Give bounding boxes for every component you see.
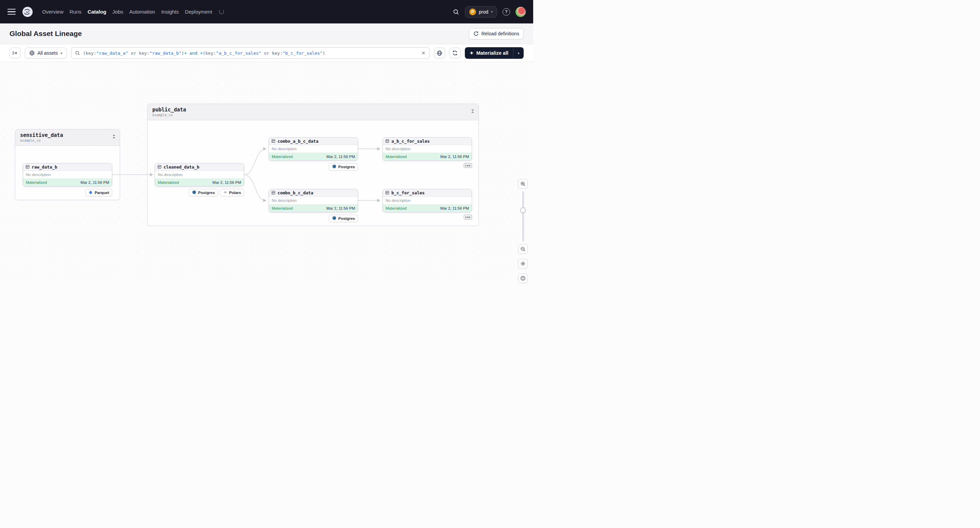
reload-definitions-button[interactable]: Reload definitions [469, 28, 523, 40]
csv-icon: csv [464, 163, 472, 168]
tag-label: Postgres [198, 190, 215, 195]
asset-table-icon [25, 164, 30, 170]
graph-view-globe-button[interactable] [434, 48, 445, 59]
nav-item-overview[interactable]: Overview [42, 7, 64, 17]
materialization-timestamp: Mar 2, 11:56 PM [213, 181, 241, 184]
reload-definitions-label: Reload definitions [482, 31, 519, 36]
query-token: or [261, 51, 272, 56]
zoom-in-button[interactable] [518, 179, 528, 189]
materialization-timestamp: Mar 2, 11:56 PM [326, 206, 355, 210]
nav-item-deployment[interactable]: Deployment [185, 7, 212, 17]
asset-tags: csv [383, 215, 472, 219]
asset-card[interactable]: a_b_c_for_sales No description Materiali… [383, 137, 472, 161]
tag-postgres[interactable]: Postgres [189, 189, 218, 197]
asset-node-cleaned_data_b: cleaned_data_b No description Materializ… [155, 163, 244, 197]
tag-postgres[interactable]: Postgres [329, 215, 358, 222]
nav-item-automation[interactable]: Automation [129, 7, 155, 17]
asset-node-combo_b_c_data: combo_b_c_data No description Materializ… [269, 189, 358, 222]
lineage-canvas[interactable]: sensitive_data example_co public_data ex… [0, 62, 533, 287]
user-avatar[interactable] [515, 7, 526, 17]
nav-item-runs[interactable]: Runs [70, 7, 82, 17]
status-badge: Materialized [386, 155, 407, 159]
asset-status-row: Materialized Mar 2, 11:56 PM [269, 152, 358, 160]
asset-name: b_c_for_sales [391, 190, 425, 195]
tag-label: Postgres [338, 165, 355, 169]
nav-item-insights[interactable]: Insights [161, 7, 179, 17]
asset-status-row: Materialized Mar 2, 11:56 PM [383, 152, 472, 160]
materialize-all-button[interactable]: ✦ Materialize all [465, 47, 513, 59]
tag-postgres[interactable]: Postgres [329, 163, 358, 171]
refresh-button[interactable] [450, 48, 460, 59]
asset-name: cleaned_data_b [164, 165, 199, 170]
tag-parquet[interactable]: Parquet [85, 189, 112, 197]
clear-query-icon[interactable]: ✕ [421, 50, 426, 56]
asset-card[interactable]: combo_b_c_data No description Materializ… [269, 189, 358, 212]
chevron-down-icon: ▾ [60, 51, 62, 55]
zoom-out-button[interactable] [518, 244, 528, 254]
asset-card[interactable]: combo_a_b_c_data No description Material… [269, 137, 358, 161]
query-token: key: [139, 51, 149, 56]
tag-polars[interactable]: Polars [220, 189, 244, 197]
nav-item-jobs[interactable]: Jobs [113, 7, 123, 17]
query-token: "a_b_c_for_sales" [216, 51, 261, 56]
deployment-switcher[interactable]: P prod ▾ [465, 6, 497, 17]
feedback-smiley-button[interactable] [518, 274, 528, 283]
query-token: "b_c_for_sales" [283, 51, 322, 56]
sparkle-icon: ✦ [469, 50, 474, 56]
group-header: sensitive_data example_co [15, 130, 120, 146]
asset-selection-query: (key:"raw_data_a" or key:"raw_data_b")+ … [83, 51, 418, 56]
primary-nav: Overview Runs Catalog Jobs Automation In… [42, 7, 224, 17]
search-icon [75, 50, 80, 56]
parquet-icon [88, 190, 93, 195]
collapse-group-icon[interactable] [470, 109, 475, 114]
page-title: Global Asset Lineage [10, 30, 82, 38]
top-navigation-bar: Overview Runs Catalog Jobs Automation In… [0, 0, 533, 24]
zoom-slider[interactable] [518, 191, 528, 242]
view-controls [518, 179, 528, 283]
asset-tags: Postgres [269, 215, 358, 222]
page-header: Global Asset Lineage Reload definitions [0, 24, 533, 44]
asset-card[interactable]: b_c_for_sales No description Materialize… [383, 189, 472, 212]
asset-node-combo_a_b_c_data: combo_a_b_c_data No description Material… [269, 137, 358, 171]
asset-tags: Postgres [269, 163, 358, 171]
asset-table-icon [158, 164, 162, 170]
help-icon[interactable]: ? [503, 8, 510, 16]
asset-name: raw_data_b [32, 165, 57, 170]
postgres-icon [332, 164, 337, 170]
deployment-initial-badge: P [469, 8, 476, 15]
collapse-group-icon[interactable] [111, 134, 116, 140]
materialize-options-caret[interactable]: ▾ [514, 47, 523, 59]
status-badge: Materialized [272, 155, 293, 159]
tag-label: Parquet [94, 190, 109, 195]
asset-card[interactable]: cleaned_data_b No description Materializ… [155, 163, 244, 187]
materialization-timestamp: Mar 2, 11:56 PM [81, 181, 109, 184]
loading-spinner-icon [219, 9, 224, 14]
asset-status-row: Materialized Mar 2, 11:56 PM [155, 178, 244, 186]
asset-card-header: b_c_for_sales [383, 189, 472, 197]
menu-icon[interactable] [8, 9, 16, 15]
asset-card[interactable]: raw_data_b No description Materialized M… [23, 163, 112, 187]
asset-description: No description [269, 145, 358, 152]
zoom-slider-track [522, 191, 524, 242]
group-header: public_data example_co [148, 104, 479, 120]
nav-item-catalog[interactable]: Catalog [88, 7, 107, 17]
lineage-toolbar: All assets ▾ (key:"raw_data_a" or key:"r… [0, 44, 533, 62]
search-icon[interactable] [453, 8, 460, 15]
zoom-slider-knob[interactable] [520, 208, 526, 213]
status-badge: Materialized [272, 206, 293, 210]
query-token: or [128, 51, 139, 56]
polars-icon [223, 190, 228, 195]
asset-card-header: combo_b_c_data [269, 189, 358, 197]
deployment-name: prod [479, 9, 488, 14]
asset-description: No description [269, 197, 358, 204]
topnav-right-controls: P prod ▾ ? [453, 6, 526, 17]
dagster-logo[interactable] [22, 6, 33, 17]
asset-node-b_c_for_sales: b_c_for_sales No description Materialize… [383, 189, 472, 219]
asset-scope-label: All assets [37, 50, 58, 56]
settings-gear-button[interactable] [518, 259, 528, 268]
asset-scope-dropdown[interactable]: All assets ▾ [25, 48, 67, 59]
asset-card-header: raw_data_b [23, 163, 112, 171]
open-panel-button[interactable] [10, 48, 21, 59]
asset-selection-input[interactable]: (key:"raw_data_a" or key:"raw_data_b")+ … [71, 47, 430, 59]
csv-icon: csv [464, 215, 472, 219]
